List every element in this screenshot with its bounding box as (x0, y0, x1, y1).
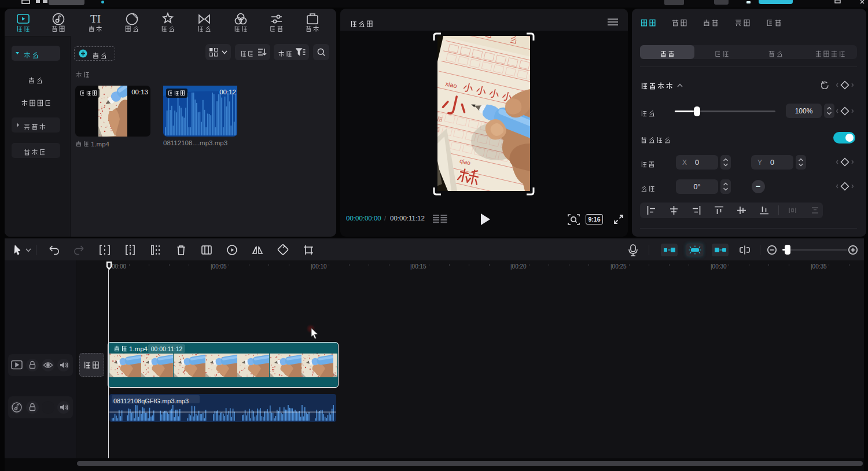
svg-text:TI: TI (90, 13, 101, 25)
